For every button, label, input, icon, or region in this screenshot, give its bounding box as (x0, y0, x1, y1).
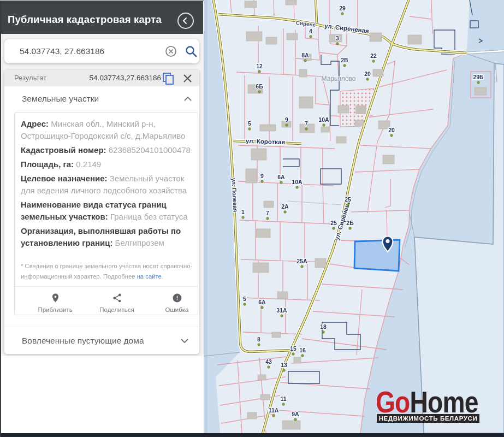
svg-text:6А: 6А (277, 174, 285, 180)
svg-text:5: 5 (248, 120, 251, 127)
svg-text:15: 15 (290, 345, 297, 352)
svg-text:8А: 8А (301, 52, 309, 58)
svg-text:1: 1 (241, 209, 245, 215)
svg-text:9: 9 (260, 173, 264, 179)
svg-text:22: 22 (370, 52, 377, 59)
svg-text:43: 43 (265, 358, 272, 365)
svg-text:6А: 6А (258, 299, 266, 305)
svg-text:20: 20 (388, 127, 395, 133)
svg-text:13: 13 (281, 362, 287, 368)
svg-text:20: 20 (364, 70, 371, 77)
svg-text:2Б: 2Б (346, 220, 354, 226)
svg-text:7: 7 (266, 210, 269, 216)
svg-text:25А: 25А (297, 258, 307, 264)
svg-text:16: 16 (299, 347, 306, 353)
svg-text:5: 5 (243, 296, 246, 302)
svg-text:10А: 10А (318, 116, 329, 123)
svg-text:25: 25 (345, 196, 351, 203)
svg-text:18: 18 (320, 323, 327, 330)
svg-text:8: 8 (257, 336, 260, 342)
svg-text:29: 29 (339, 5, 346, 11)
svg-text:11А: 11А (269, 407, 279, 414)
svg-text:ул. Короткая: ул. Короткая (246, 138, 286, 146)
svg-text:7: 7 (305, 120, 308, 127)
svg-text:3: 3 (336, 35, 339, 42)
svg-text:4: 4 (309, 28, 312, 34)
svg-text:11: 11 (280, 395, 286, 402)
svg-text:2В: 2В (341, 57, 348, 63)
svg-text:29Б: 29Б (473, 74, 484, 80)
svg-text:Марьялово: Марьялово (322, 75, 356, 82)
svg-text:2А: 2А (281, 203, 289, 210)
svg-text:25: 25 (330, 220, 337, 226)
svg-text:31А: 31А (276, 307, 287, 314)
svg-text:10А: 10А (292, 179, 303, 185)
svg-text:9: 9 (285, 116, 288, 123)
svg-text:9А: 9А (292, 411, 299, 417)
svg-text:6Б: 6Б (256, 83, 263, 90)
svg-text:12: 12 (256, 63, 263, 69)
